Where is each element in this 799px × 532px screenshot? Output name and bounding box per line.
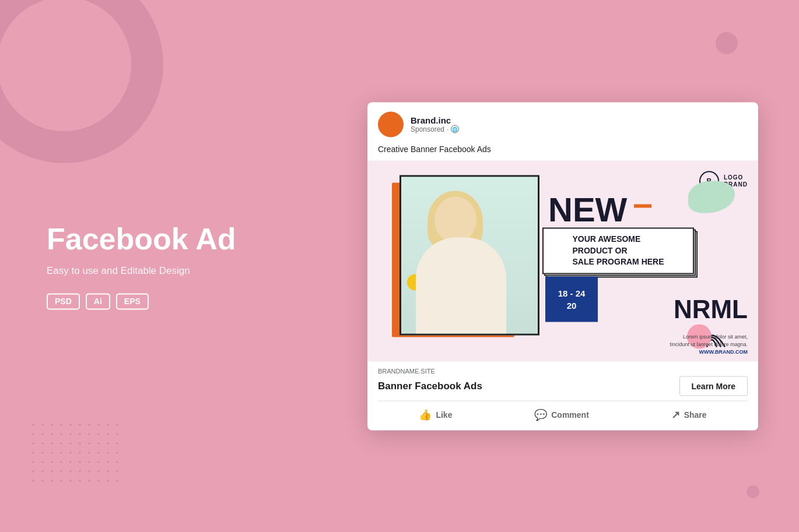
nrml-desc-line1: Lorem ipsum dolor sit amet, <box>670 333 748 341</box>
like-action[interactable]: 👍 Like <box>419 408 452 421</box>
nrml-desc-line2: tincidunt ut laoreet dolore magna. <box>670 341 748 349</box>
orange-dash <box>634 204 651 207</box>
bg-dots: document.querySelector('.bg-dots') && ((… <box>32 424 122 485</box>
comment-action[interactable]: 💬 Comment <box>534 408 589 421</box>
fb-card-header: Brand.inc Sponsored · 🌐 <box>367 102 758 144</box>
date-box: 18 - 24 20 <box>545 276 598 322</box>
brand-name: Brand.inc <box>411 115 459 125</box>
format-psd: PSD <box>47 293 80 309</box>
product-box-wrapper: YOUR AWESOMEPRODUCT ORSALE PROGRAM HERE <box>542 227 700 274</box>
format-ai: Ai <box>86 293 110 309</box>
page-title: Facebook Ad <box>47 223 236 256</box>
fb-actions: 👍 Like 💬 Comment ↗ Share <box>378 406 748 425</box>
user-info: Brand.inc Sponsored · 🌐 <box>411 115 459 133</box>
link-title: Banner Facebook Ads <box>378 380 482 392</box>
link-domain: BRANDNAME.SITE <box>378 367 748 374</box>
sponsored-label: Sponsored · 🌐 <box>411 125 459 133</box>
post-text: Creative Banner Facebook Ads <box>367 144 758 160</box>
format-eps: EPS <box>116 293 149 309</box>
learn-more-button[interactable]: Learn More <box>679 376 748 396</box>
ad-banner: PIC INFO HERE B LOGO BRAND <box>367 160 758 361</box>
bg-circle-small <box>716 32 738 54</box>
new-text: NEW <box>548 192 651 226</box>
like-label: Like <box>436 410 452 419</box>
avatar <box>378 111 404 137</box>
product-text: YOUR AWESOMEPRODUCT ORSALE PROGRAM HERE <box>572 234 664 268</box>
bg-circle-bottom <box>747 485 759 498</box>
bg-circle-large <box>0 0 163 163</box>
logo-text-top: LOGO <box>724 174 748 181</box>
globe-icon: 🌐 <box>451 125 459 133</box>
fb-card: Brand.inc Sponsored · 🌐 Creative Banner … <box>367 102 758 430</box>
nrml-text: NRML <box>674 296 748 322</box>
like-icon: 👍 <box>419 408 432 421</box>
share-action[interactable]: ↗ Share <box>671 408 707 421</box>
divider <box>378 400 748 401</box>
format-badges: PSD Ai EPS <box>47 293 236 309</box>
left-section: Facebook Ad Easy to use and Editable Des… <box>47 223 236 309</box>
fb-footer: BRANDNAME.SITE Banner Facebook Ads Learn… <box>367 361 758 430</box>
comment-label: Comment <box>551 410 589 419</box>
nrml-website: WWW.BRAND.COM <box>670 348 748 354</box>
photo-frame: PIC INFO HERE <box>400 175 539 335</box>
link-row: Banner Facebook Ads Learn More <box>378 376 748 396</box>
green-blob <box>688 181 735 213</box>
nrml-description: Lorem ipsum dolor sit amet, tincidunt ut… <box>670 333 748 354</box>
share-label: Share <box>684 410 707 419</box>
comment-icon: 💬 <box>534 408 547 421</box>
page-subtitle: Easy to use and Editable Design <box>47 265 236 277</box>
product-box: YOUR AWESOMEPRODUCT ORSALE PROGRAM HERE <box>542 227 694 274</box>
share-icon: ↗ <box>671 408 680 421</box>
